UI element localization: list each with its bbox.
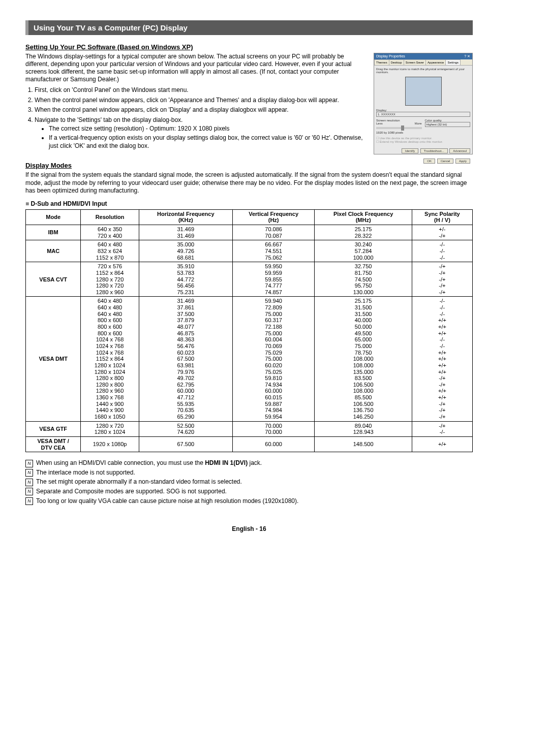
data-cell: 640 x 480 640 x 480 640 x 480 800 x 600 … [81,297,139,421]
data-cell: 25.175 28.322 [315,225,412,240]
data-cell: 31.469 37.861 37.500 37.879 48.077 46.87… [139,297,232,421]
data-cell: 70.086 70.087 [232,225,315,240]
data-cell: 1280 x 720 1280 x 1024 [81,421,139,436]
intro-paragraph: The Windows display-settings for a typic… [25,53,368,83]
display-modes-paragraph: If the signal from the system equals the… [25,171,473,195]
data-cell: 59.940 72.809 75.000 60.317 72.188 75.00… [232,297,315,421]
data-cell: 52.500 74.620 [139,421,232,436]
note-icon: N [25,488,33,495]
monitor-icon [405,77,442,106]
res-more: More [415,122,422,125]
table-caption: D-Sub and HDMI/DVI Input [25,200,473,207]
table-row: MAC640 x 480 832 x 624 1152 x 87035.000 … [26,240,473,262]
note-icon: N [25,469,33,477]
note-text: Too long or low quality VGA cable can ca… [36,497,298,505]
btn-cancel: Cancel [437,159,454,164]
col-vfreq: Vertical Frequency (Hz) [232,209,315,225]
tab-appearance: Appearance [425,59,446,65]
note-icon: N [25,497,33,505]
intro-text: The Windows display-settings for a typic… [25,53,368,152]
btn-identify: Identify [402,148,418,153]
data-cell: 25.175 31.500 31.500 40.000 50.000 49.50… [315,297,412,421]
display-select: 1. XXXXXXX [376,112,470,117]
display-modes-text: If the signal from the system equals the… [25,171,473,195]
btn-apply: Apply [455,159,470,164]
data-cell: -/+ -/- [412,421,472,436]
dialog-buttons-row2: OK Cancel Apply [376,159,470,164]
setup-steps: First, click on 'Control Panel' on the W… [35,86,368,150]
section-header: Using Your TV as a Computer (PC) Display [25,20,473,35]
cq-select: Highest (32 bit) [425,122,471,127]
data-cell: 30.240 57.284 100.000 [315,240,412,262]
step-4-sub: The correct size setting (resolution) - … [49,125,368,150]
bullet-frequency: If a vertical-frequency option exists on… [49,134,368,150]
data-cell: +/+ [412,436,472,452]
note-line: NSeparate and Composite modes are suppor… [25,488,473,496]
data-cell: 720 x 576 1152 x 864 1280 x 720 1280 x 7… [81,262,139,297]
chk-primary: ☐ Use this device as the primary monitor… [376,136,470,140]
col-mode: Mode [26,209,81,225]
note-text: When using an HDMI/DVI cable connection,… [36,459,262,466]
chk-extend: ☐ Extend my Windows desktop onto this mo… [376,140,470,143]
note-line: NThe interlace mode is not supported. [25,469,473,477]
dialog-buttons-row1: Identify Troubleshoot... Advanced [376,148,470,153]
data-cell: -/- -/- -/- +/+ +/+ +/+ -/- -/- +/+ +/+ … [412,297,472,421]
data-cell: 66.667 74.551 75.062 [232,240,315,262]
btn-troubleshoot: Troubleshoot... [420,148,448,153]
mode-cell: VESA GTF [26,421,81,436]
display-modes-table: Mode Resolution Horizontal Frequency (KH… [25,209,473,452]
col-pclock: Pixel Clock Frequency (MHz) [315,209,412,225]
col-hfreq: Horizontal Frequency (KHz) [139,209,232,225]
note-line: NWhen using an HDMI/DVI cable connection… [25,459,473,467]
note-icon: N [25,479,33,486]
step-1: First, click on 'Control Panel' on the W… [35,86,368,94]
mode-cell: VESA DMT / DTV CEA [26,436,81,452]
note-text: Separate and Composite modes are support… [36,488,227,495]
btn-advanced: Advanced [449,148,470,153]
dialog-hint: Drag the monitor icons to match the phys… [376,68,470,74]
table-row: IBM640 x 350 720 x 40031.469 31.46970.08… [26,225,473,240]
data-cell: +/- -/+ [412,225,472,240]
intro-block: The Windows display-settings for a typic… [25,53,473,154]
mode-cell: IBM [26,225,81,240]
col-sync: Sync Polarity (H / V) [412,209,472,225]
step-3: When the control panel window appears, c… [35,106,368,114]
note-text: The interlace mode is not supported. [36,469,135,476]
mode-cell: MAC [26,240,81,262]
btn-ok: OK [423,159,435,164]
tab-desktop: Desktop [389,59,404,65]
res-value: 1920 by 1080 pixels [376,131,422,134]
data-cell: 32.750 81.750 74.500 95.750 130.000 [315,262,412,297]
note-text: The set might operate abnormally if a no… [36,478,242,485]
res-less: Less [376,122,383,125]
notes-block: NWhen using an HDMI/DVI cable connection… [25,459,473,505]
mode-cell: VESA DMT [26,297,81,421]
display-properties-dialog: Display Properties ? ✕ Themes Desktop Sc… [374,53,473,154]
dialog-titlebar: Display Properties ? ✕ [374,53,472,59]
resolution-slider [376,127,422,129]
mode-cell: VESA CVT [26,262,81,297]
note-line: NToo long or low quality VGA cable can c… [25,497,473,506]
note-icon: N [25,460,33,467]
table-row: VESA CVT720 x 576 1152 x 864 1280 x 720 … [26,262,473,297]
dialog-tabs: Themes Desktop Screen Saver Appearance S… [374,59,472,66]
page-footer: English - 16 [25,525,473,532]
data-cell: 1920 x 1080p [81,436,139,452]
data-cell: 59.950 59.959 59.855 74.777 74.857 [232,262,315,297]
data-cell: 31.469 31.469 [139,225,232,240]
data-cell: 70.000 70.000 [232,421,315,436]
step-2: When the control panel window appears, c… [35,97,368,105]
dialog-title-text: Display Properties [376,54,405,58]
table-row: VESA DMT / DTV CEA1920 x 1080p67.50060.0… [26,436,473,452]
data-cell: 67.500 [139,436,232,452]
data-cell: 89.040 128.943 [315,421,412,436]
dialog-close-icons: ? ✕ [464,54,470,58]
tab-settings: Settings [445,59,461,65]
data-cell: 35.910 53.783 44.772 56.456 75.231 [139,262,232,297]
data-cell: -/+ -/+ -/+ -/+ -/+ [412,262,472,297]
data-cell: 148.500 [315,436,412,452]
tab-themes: Themes [374,59,389,65]
table-row: VESA GTF1280 x 720 1280 x 102452.500 74.… [26,421,473,436]
data-cell: 640 x 350 720 x 400 [81,225,139,240]
tab-screensaver: Screen Saver [404,59,426,65]
